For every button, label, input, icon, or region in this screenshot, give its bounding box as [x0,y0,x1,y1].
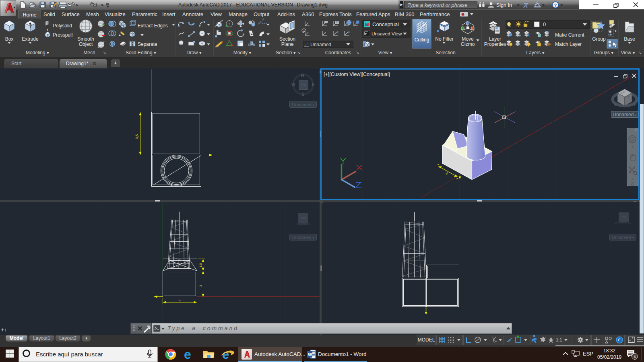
svg-text:Unsaved View: Unsaved View [372,31,402,37]
svg-text:6: 6 [634,355,636,359]
svg-text:4: 4 [179,299,181,302]
svg-text:3,5: 3,5 [135,134,139,139]
svg-text:W: W [308,352,312,357]
svg-text:Conceptual: Conceptual [372,21,399,27]
svg-text:Type a command: Type a command [167,325,239,331]
svg-text:Z: Z [336,30,339,34]
svg-text:1:1: 1:1 [556,337,562,342]
svg-text:e: e [184,348,191,360]
svg-text:4: 4 [445,171,449,175]
svg-text:0: 0 [543,21,546,27]
svg-text:1,5: 1,5 [199,263,202,267]
svg-text:?: ? [554,3,557,8]
svg-text:Sign In: Sign In [496,2,512,8]
svg-text:2: 2 [199,285,202,286]
svg-text:X: X [523,2,528,8]
svg-text:3: 3 [348,30,350,34]
svg-text:Unnamed: Unnamed [310,42,331,47]
